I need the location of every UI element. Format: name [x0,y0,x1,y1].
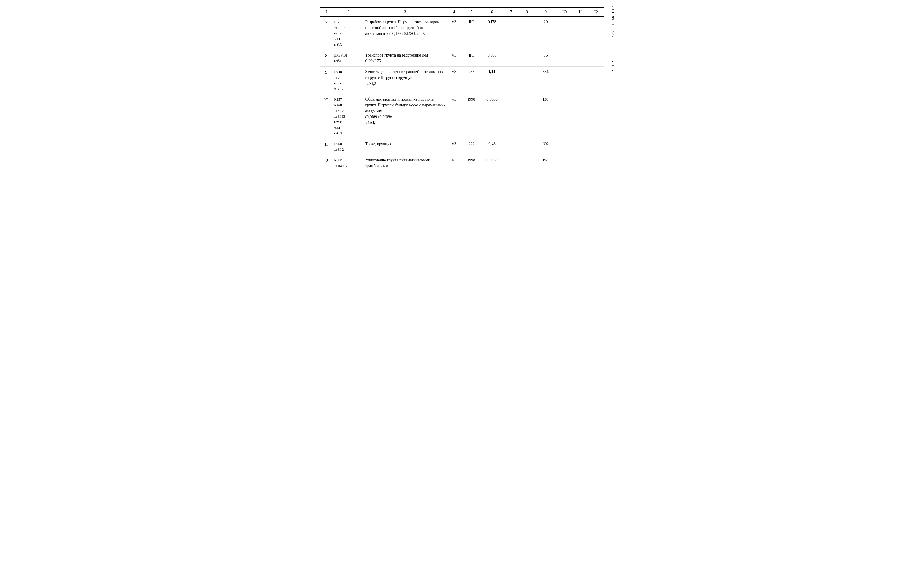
cell-4-6: 0,0683 [481,94,503,139]
cell-5-1: II [320,138,333,155]
cell-2-1: 8 [320,50,333,67]
cell-6-2: I-II84ш.II8-IO [333,155,364,171]
cell-1-9: 20 [535,16,556,50]
cell-5-7 [503,138,519,155]
cell-5-11 [573,138,588,155]
cell-6-6: 0,0969 [481,155,503,171]
cell-2-12 [588,50,604,67]
cell-2-10 [557,50,573,67]
cell-1-10 [557,16,573,50]
cell-3-11 [573,67,588,94]
cell-6-5: I998 [462,155,481,171]
page-wrapper: I 2 3 4 5 6 7 8 9 IO II I2 7I-I75ш.22-I4… [320,6,604,171]
cell-1-5: IIO [462,16,481,50]
col-header-8: 8 [519,8,535,16]
cell-3-10 [557,67,573,94]
cell-1-6: 0,I78 [481,16,503,50]
cell-6-9: I94 [535,155,556,171]
col-header-10: IO [557,8,573,16]
table-row: 7I-I75ш.22-I4тех.ч.п.I.IIтаб.3Разработка… [320,16,604,50]
cell-6-8 [519,155,535,171]
table-row: 9I-948ш.79-2тех.ч.п.3.67Зачистка дна и с… [320,67,604,94]
col-header-5: 5 [462,8,481,16]
cell-6-7 [503,155,519,171]
cell-4-3: Обратная засыпка и подсыпка под полы гру… [364,94,446,139]
table-row: III-968ш.8I-2То же, вручнуюм32220,46IO2 [320,138,604,155]
cell-2-2: ЕРЕР ВIтаб.I [333,50,364,67]
cell-2-11 [573,50,588,67]
side-label-bottom: • II • [610,61,615,71]
cell-6-4: м3 [446,155,462,171]
cell-6-10 [557,155,573,171]
col-header-9: 9 [535,8,556,16]
col-header-3: 3 [364,8,446,16]
cell-2-3: Транспорт грунта на расстояние Iкм0,29хI… [364,50,446,67]
cell-4-12 [588,94,604,139]
cell-3-6: I,44 [481,67,503,94]
col-header-1: I [320,8,333,16]
cell-2-5: IIO [462,50,481,67]
cell-5-9: IO2 [535,138,556,155]
cell-1-8 [519,16,535,50]
cell-2-4: м3 [446,50,462,67]
cell-1-7 [503,16,519,50]
col-header-11: II [573,8,588,16]
cell-1-2: I-I75ш.22-I4тех.ч.п.I.IIтаб.3 [333,16,364,50]
cell-3-4: м3 [446,67,462,94]
table-body: 7I-I75ш.22-I4тех.ч.п.I.IIтаб.3Разработка… [320,16,604,171]
cell-5-3: То же, вручную [364,138,446,155]
cell-1-12 [588,16,604,50]
cell-5-6: 0,46 [481,138,503,155]
cell-4-1: IO [320,94,333,139]
cell-3-8 [519,67,535,94]
cell-5-12 [588,138,604,155]
cell-5-5: 222 [462,138,481,155]
col-header-12: I2 [588,8,604,16]
cell-6-3: Уплотнение грунта пневматическими трамбо… [364,155,446,171]
main-table: I 2 3 4 5 6 7 8 9 IO II I2 7I-I75ш.22-I4… [320,6,604,171]
cell-3-1: 9 [320,67,333,94]
cell-4-8 [519,94,535,139]
cell-4-11 [573,94,588,139]
cell-2-7 [503,50,519,67]
cell-1-4: м3 [446,16,462,50]
cell-4-7 [503,94,519,139]
cell-5-10 [557,138,573,155]
cell-2-6: 0,508 [481,50,503,67]
cell-5-8 [519,138,535,155]
cell-5-4: м3 [446,138,462,155]
cell-3-2: I-948ш.79-2тех.ч.п.3.67 [333,67,364,94]
cell-1-11 [573,16,588,50]
col-header-4: 4 [446,8,462,16]
cell-1-3: Разработка грунта II группы экскава-торо… [364,16,446,50]
side-label-top: 503-2-14.86 /ПП/ [610,6,615,37]
cell-6-11 [573,155,588,171]
cell-4-4: м3 [446,94,462,139]
cell-2-8 [519,50,535,67]
cell-5-2: I-968ш.8I-2 [333,138,364,155]
table-row: IOI-257I-268ш.3I-2ш.3I-I3тех.ч.п.I.IIтаб… [320,94,604,139]
table-row: I2I-II84ш.II8-IOУплотнение грунта пневма… [320,155,604,171]
cell-3-12 [588,67,604,94]
cell-3-7 [503,67,519,94]
col-header-7: 7 [503,8,519,16]
cell-2-9: 56 [535,50,556,67]
cell-6-1: I2 [320,155,333,171]
cell-6-12 [588,155,604,171]
cell-3-3: Зачистка дна и стенок траншей и котлован… [364,67,446,94]
col-header-2: 2 [333,8,364,16]
cell-3-9: 336 [535,67,556,94]
cell-4-2: I-257I-268ш.3I-2ш.3I-I3тех.ч.п.I.IIтаб.3 [333,94,364,139]
col-header-6: 6 [481,8,503,16]
cell-4-5: I998 [462,94,481,139]
column-header-row: I 2 3 4 5 6 7 8 9 IO II I2 [320,8,604,16]
cell-4-10 [557,94,573,139]
table-row: 8ЕРЕР ВIтаб.IТранспорт грунта на расстоя… [320,50,604,67]
cell-1-1: 7 [320,16,333,50]
side-labels: 503-2-14.86 /ПП/ • II • [610,6,615,171]
cell-4-9: I36 [535,94,556,139]
cell-3-5: 233 [462,67,481,94]
